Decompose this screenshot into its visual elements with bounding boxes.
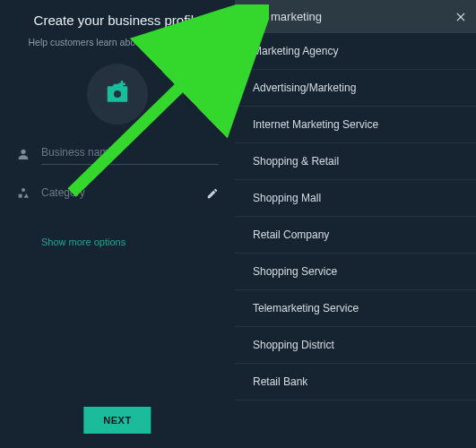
pencil-icon[interactable] (206, 187, 219, 200)
list-item[interactable]: Retail Company (235, 217, 476, 254)
list-item[interactable]: Shopping Mall (235, 180, 476, 217)
svg-point-0 (114, 90, 121, 98)
avatar-container (0, 64, 235, 125)
list-item[interactable]: Shopping & Retail (235, 143, 476, 180)
search-results-list: Marketing AgencyAdvertising/MarketingInt… (235, 33, 476, 401)
business-name-input[interactable] (41, 142, 219, 165)
business-name-row (0, 142, 235, 165)
category-row[interactable]: Category (0, 183, 235, 204)
category-search-input[interactable] (271, 10, 454, 23)
add-photo-button[interactable] (87, 64, 148, 125)
next-button[interactable]: NEXT (83, 407, 151, 434)
list-item[interactable]: Telemarketing Service (235, 290, 476, 327)
back-arrow-icon[interactable] (244, 10, 258, 24)
profile-setup-panel: Create your business profile Help custom… (0, 0, 235, 448)
svg-marker-6 (24, 194, 29, 198)
category-icon (16, 186, 30, 201)
list-item[interactable]: Shopping District (235, 327, 476, 364)
page-subtitle: Help customers learn about your business… (0, 37, 235, 47)
list-item[interactable]: Marketing Agency (235, 33, 476, 70)
page-title: Create your business profile (0, 0, 235, 28)
list-item[interactable]: Advertising/Marketing (235, 70, 476, 107)
search-bar (235, 0, 476, 33)
list-item[interactable]: Retail Bank (235, 364, 476, 401)
show-more-options-link[interactable]: Show more options (41, 237, 235, 247)
list-item[interactable]: Internet Marketing Service (235, 107, 476, 143)
svg-rect-5 (19, 194, 22, 198)
category-label: Category (41, 183, 199, 204)
close-icon[interactable] (454, 11, 467, 23)
person-icon (16, 147, 30, 161)
list-item[interactable]: Shopping Service (235, 254, 476, 290)
svg-point-4 (22, 188, 25, 192)
svg-point-3 (21, 149, 25, 153)
category-search-panel: Marketing AgencyAdvertising/MarketingInt… (235, 0, 476, 448)
camera-add-icon (104, 81, 131, 108)
svg-rect-2 (118, 83, 125, 86)
